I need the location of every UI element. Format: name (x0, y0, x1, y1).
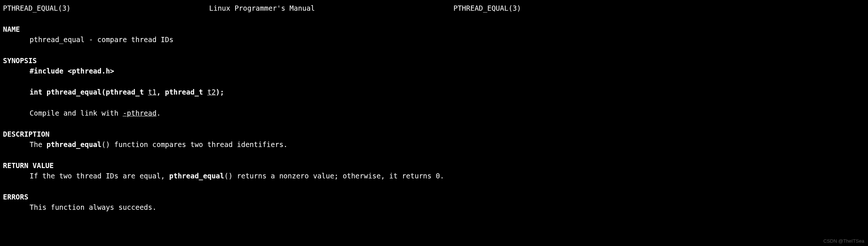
header-center: Linux Programmer's Manual (209, 3, 315, 14)
section-return-body: If the two thread IDs are equal, pthread… (3, 171, 865, 181)
section-name-heading: NAME (3, 24, 865, 35)
synopsis-signature: int pthread_equal(pthread_t t1, pthread_… (30, 87, 865, 98)
header-right: PTHREAD_EQUAL(3) (453, 3, 521, 14)
synopsis-compile: Compile and link with -pthread. (30, 108, 865, 119)
description-prefix: The (30, 140, 47, 148)
return-func: pthread_equal (169, 172, 224, 180)
section-name-body: pthread_equal - compare thread IDs (3, 34, 865, 45)
description-suffix: () function compares two thread identifi… (101, 140, 287, 148)
section-synopsis-heading: SYNOPSIS (3, 55, 865, 66)
watermark: CSDN @TheITSea (823, 238, 864, 245)
errors-text: This function always succeeds. (30, 203, 156, 211)
section-errors-body: This function always succeeds. (3, 202, 865, 213)
signature-mid: , pthread_t (156, 88, 207, 96)
section-description-body: The pthread_equal() function compares tw… (3, 139, 865, 150)
section-synopsis-body: #include <pthread.h> int pthread_equal(p… (3, 66, 865, 119)
return-suffix: () returns a nonzero value; otherwise, i… (224, 172, 444, 180)
signature-suffix: ); (216, 88, 224, 96)
header-left: PTHREAD_EQUAL(3) (3, 3, 71, 14)
compile-prefix: Compile and link with (30, 109, 123, 117)
manpage-header: PTHREAD_EQUAL(3) Linux Programmer's Manu… (3, 3, 865, 14)
section-errors-heading: ERRORS (3, 192, 865, 202)
name-text: pthread_equal - compare thread IDs (30, 35, 173, 44)
section-description-heading: DESCRIPTION (3, 129, 865, 140)
compile-suffix: . (156, 109, 161, 117)
signature-t1: t1 (148, 88, 156, 96)
return-prefix: If the two thread IDs are equal, (30, 172, 169, 180)
description-func: pthread_equal (47, 140, 102, 148)
section-return-heading: RETURN VALUE (3, 160, 865, 171)
synopsis-include: #include <pthread.h> (30, 66, 865, 76)
signature-prefix: int pthread_equal(pthread_t (30, 88, 148, 96)
compile-flag: -pthread (123, 109, 157, 117)
signature-t2: t2 (207, 88, 216, 96)
